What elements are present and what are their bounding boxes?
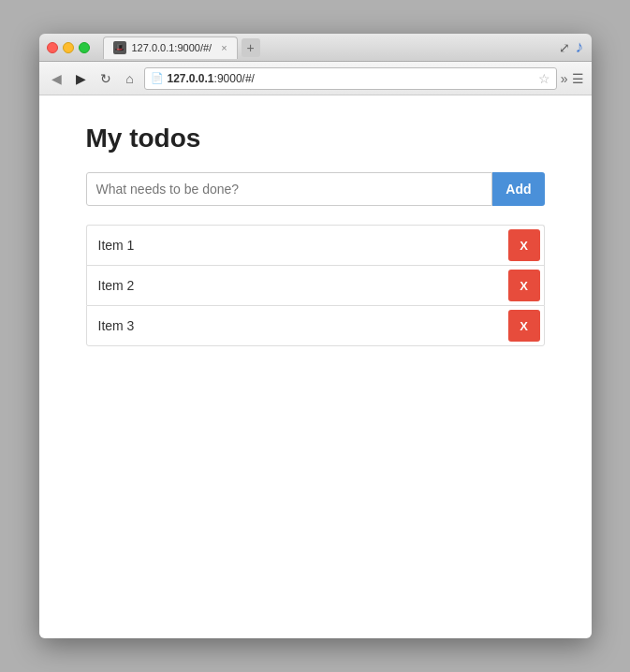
minimize-window-button[interactable] — [63, 42, 74, 53]
titlebar: 🎩 127.0.0.1:9000/#/ × + ⤢ ♪ — [39, 34, 592, 62]
toolbar-extra: » ☰ — [561, 71, 584, 86]
address-bar[interactable]: 📄 127.0.0.1:9000/#/ ☆ — [144, 67, 557, 90]
menu-icon[interactable]: ☰ — [572, 71, 584, 86]
todo-item-text: Item 3 — [87, 309, 505, 343]
browser-window: 🎩 127.0.0.1:9000/#/ × + ⤢ ♪ ◀ ▶ ↻ ⌂ 📄 12… — [39, 34, 592, 638]
bookmark-icon[interactable]: ☆ — [538, 71, 550, 86]
add-todo-input[interactable] — [86, 172, 493, 206]
add-form: Add — [86, 172, 545, 206]
todo-delete-button[interactable]: X — [508, 270, 540, 301]
close-window-button[interactable] — [47, 42, 58, 53]
extensions-icon[interactable]: » — [561, 71, 568, 86]
todo-item: Item 2X — [86, 265, 545, 305]
address-text: 127.0.0.1:9000/#/ — [168, 72, 535, 85]
todo-list: Item 1XItem 2XItem 3X — [86, 225, 545, 346]
address-url-suffix: :9000/#/ — [214, 72, 255, 85]
tab-favicon-icon: 🎩 — [113, 41, 126, 54]
fullscreen-icon[interactable]: ⤢ — [559, 40, 570, 55]
tab-url-label: 127.0.0.1:9000/#/ — [132, 42, 212, 53]
home-button[interactable]: ⌂ — [120, 68, 140, 89]
add-todo-button[interactable]: Add — [492, 172, 544, 206]
page-content: My todos Add Item 1XItem 2XItem 3X — [39, 95, 592, 638]
page-title: My todos — [86, 124, 545, 153]
maximize-window-button[interactable] — [79, 42, 90, 53]
tab-close-button[interactable]: × — [221, 42, 227, 53]
todo-item-text: Item 1 — [87, 228, 505, 262]
tab-area: 🎩 127.0.0.1:9000/#/ × + — [103, 37, 553, 59]
reload-button[interactable]: ↻ — [95, 68, 116, 89]
todo-item: Item 1X — [86, 225, 545, 265]
forward-button[interactable]: ▶ — [71, 68, 92, 89]
browser-tab[interactable]: 🎩 127.0.0.1:9000/#/ × — [103, 37, 238, 59]
new-tab-button[interactable]: + — [242, 38, 260, 57]
page-icon: 📄 — [151, 72, 164, 84]
toolbar: ◀ ▶ ↻ ⌂ 📄 127.0.0.1:9000/#/ ☆ » ☰ — [39, 62, 592, 95]
todo-delete-button[interactable]: X — [508, 310, 540, 342]
traffic-lights — [47, 42, 90, 53]
todo-delete-button[interactable]: X — [508, 229, 540, 261]
back-button[interactable]: ◀ — [47, 68, 67, 89]
window-controls: ⤢ ♪ — [559, 37, 584, 57]
todo-item: Item 3X — [86, 305, 545, 346]
music-icon: ♪ — [576, 37, 584, 57]
address-url-prefix: 127.0.0.1 — [168, 72, 214, 85]
todo-item-text: Item 2 — [87, 269, 505, 302]
